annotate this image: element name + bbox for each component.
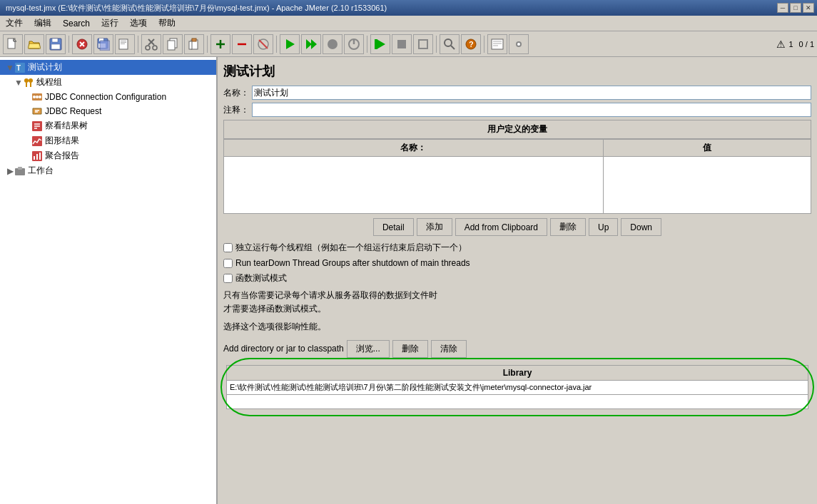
thread-group-label: 线程组 — [36, 76, 62, 88]
functional-mode-checkbox[interactable] — [223, 274, 233, 283]
teardown-label: Run tearDown Thread Groups after shutdow… — [235, 258, 470, 268]
teardown-checkbox[interactable] — [223, 259, 233, 268]
classpath-label: Add directory or jar to classpath — [223, 344, 344, 354]
run-independent-row: 独立运行每个线程组（例如在一个组运行结束后启动下一个） — [223, 242, 811, 254]
comment-row: 注释： — [223, 103, 811, 117]
close-file-button[interactable] — [72, 34, 92, 54]
expander-empty-2 — [23, 106, 31, 116]
tree-item-jdbc-connection[interactable]: JDBC Connection Configuration — [0, 90, 216, 104]
menu-file[interactable]: 文件 — [0, 16, 29, 31]
add-button-vars[interactable]: 添加 — [417, 218, 452, 236]
svg-rect-23 — [168, 41, 175, 50]
minimize-button[interactable]: ─ — [777, 3, 788, 13]
help-button[interactable]: ? — [461, 34, 481, 54]
expander-icon: ▼ — [6, 63, 14, 73]
menu-help[interactable]: 帮助 — [153, 16, 181, 31]
name-label: 名称： — [223, 87, 252, 99]
start-button[interactable] — [280, 34, 300, 54]
close-button[interactable]: ✕ — [803, 3, 814, 13]
tree-item-aggregate-report[interactable]: 聚合报告 — [0, 148, 216, 163]
svg-text:?: ? — [469, 40, 474, 48]
tree-item-thread-group[interactable]: ▼ 线程组 — [0, 75, 216, 90]
svg-rect-16 — [121, 42, 126, 43]
add-button[interactable] — [210, 34, 230, 54]
svg-marker-38 — [377, 39, 385, 49]
tree-item-jdbc-request[interactable]: JDBC Request — [0, 104, 216, 118]
maximize-button[interactable]: □ — [790, 3, 801, 13]
menu-run[interactable]: 运行 — [96, 16, 124, 31]
progress-count: 0 / 1 — [799, 40, 814, 48]
svg-marker-32 — [286, 39, 295, 49]
warning-count: 1 — [788, 40, 793, 48]
log-viewer-button[interactable] — [487, 34, 507, 54]
jdbc-request-label: JDBC Request — [45, 106, 101, 116]
run-independent-checkbox[interactable] — [223, 243, 233, 252]
comment-input[interactable] — [252, 103, 811, 117]
add-from-clipboard-button[interactable]: Add from Clipboard — [455, 218, 547, 236]
workbench-icon — [14, 165, 26, 177]
save-all-button[interactable] — [93, 34, 113, 54]
svg-rect-5 — [52, 38, 58, 42]
toolbar-separator-4 — [276, 36, 277, 53]
library-table: Library E:\软件测试\性能测试\性能测试培训班\7月份\第二阶段性能测… — [226, 365, 808, 409]
svg-rect-46 — [492, 39, 503, 49]
thread-group-icon — [23, 77, 34, 88]
clear-classpath-button[interactable]: 清除 — [431, 340, 467, 358]
up-button[interactable]: Up — [589, 218, 618, 236]
clear-button[interactable] — [253, 34, 273, 54]
toolbar-separator-5 — [367, 36, 367, 53]
browse-button[interactable]: 浏览... — [347, 340, 390, 358]
classpath-row: Add directory or jar to classpath 浏览... … — [223, 340, 811, 358]
toolbar-separator-6 — [436, 36, 437, 53]
menu-options[interactable]: 选项 — [124, 16, 153, 31]
tree-item-view-results[interactable]: 察看结果树 — [0, 118, 216, 133]
save-as-button[interactable] — [115, 34, 135, 54]
remote-start-button[interactable] — [370, 34, 390, 54]
svg-line-31 — [259, 40, 268, 48]
library-row-empty — [227, 394, 808, 408]
start-no-pause-button[interactable] — [301, 34, 321, 54]
col-value-header: 值 — [603, 140, 811, 157]
stop-button[interactable] — [323, 34, 342, 54]
save-button[interactable] — [46, 34, 66, 54]
remote-stop-button[interactable] — [392, 34, 412, 54]
library-cell-empty — [227, 394, 808, 408]
delete-button-vars[interactable]: 删除 — [550, 218, 586, 236]
options-button[interactable] — [509, 34, 529, 54]
new-button[interactable] — [3, 34, 23, 54]
copy-button[interactable] — [163, 34, 183, 54]
svg-point-61 — [39, 96, 41, 98]
svg-rect-26 — [189, 41, 192, 49]
tree-item-graph-results[interactable]: 图形结果 — [0, 133, 216, 148]
down-button[interactable]: Down — [621, 218, 661, 236]
col-name-header: 名称： — [224, 140, 604, 157]
window-controls[interactable]: ─ □ ✕ — [777, 3, 814, 13]
name-input[interactable] — [252, 86, 811, 100]
find-button[interactable] — [440, 34, 460, 54]
view-results-label: 察看结果树 — [45, 120, 88, 132]
graph-results-icon — [31, 135, 43, 147]
remove-button[interactable] — [232, 34, 252, 54]
remote-shutdown-button[interactable] — [413, 34, 433, 54]
menu-edit[interactable]: 编辑 — [29, 16, 57, 31]
library-path-cell: E:\软件测试\性能测试\性能测试培训班\7月份\第二阶段性能测试安装文件\jm… — [227, 380, 808, 394]
jdbc-request-icon — [31, 106, 43, 117]
tree-item-workbench[interactable]: ▶ 工作台 — [0, 163, 216, 178]
menu-search[interactable]: Search — [57, 17, 96, 30]
delete-classpath-button[interactable]: 删除 — [392, 340, 428, 358]
tree-item-test-plan[interactable]: ▼ T 测试计划 — [0, 60, 216, 75]
svg-point-54 — [24, 78, 29, 83]
cut-button[interactable] — [141, 34, 161, 54]
shutdown-button[interactable] — [344, 34, 364, 54]
detail-button[interactable]: Detail — [373, 218, 414, 236]
svg-point-20 — [146, 46, 150, 50]
svg-point-42 — [445, 39, 452, 46]
paste-button[interactable] — [184, 34, 204, 54]
action-buttons-row: Detail 添加 Add from Clipboard 删除 Up Down — [223, 218, 811, 236]
jdbc-connection-label: JDBC Connection Configuration — [45, 92, 166, 102]
open-button[interactable] — [24, 34, 44, 54]
svg-point-59 — [33, 96, 36, 98]
expander-icon-2: ▼ — [14, 78, 23, 88]
run-independent-label: 独立运行每个线程组（例如在一个组运行结束后启动下一个） — [235, 242, 467, 254]
expander-empty-1 — [23, 92, 31, 102]
